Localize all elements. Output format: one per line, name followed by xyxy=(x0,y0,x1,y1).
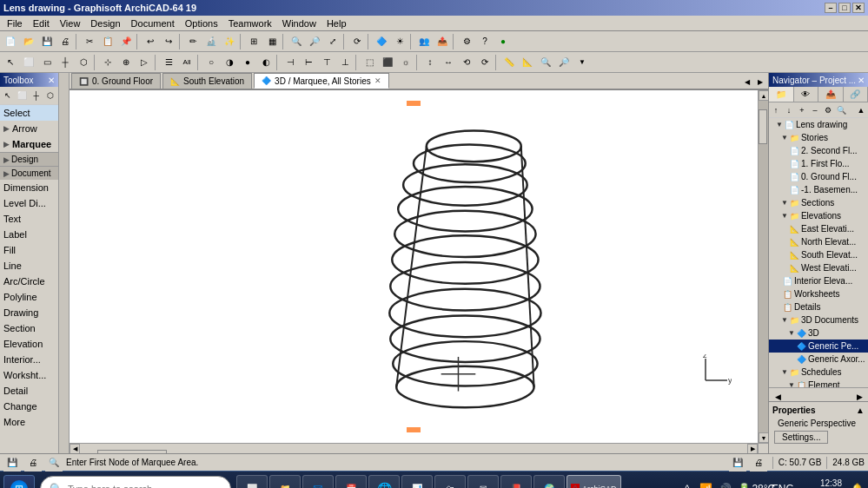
nav-item-interior[interactable]: 📄 Interior Eleva... xyxy=(769,274,868,287)
tool-marquee[interactable]: ▶ Marquee xyxy=(0,136,58,152)
taskbar-app-files[interactable]: 🗂 xyxy=(434,475,466,489)
zoom-all-btn[interactable]: ⤢ xyxy=(324,33,341,50)
taskbar-search-input[interactable] xyxy=(68,484,222,489)
scroll-up-btn[interactable]: ▲ xyxy=(759,90,768,101)
tab-3d-close[interactable]: ✕ xyxy=(374,76,381,85)
maximize-button[interactable]: □ xyxy=(838,3,851,13)
nav-tb-4[interactable]: – xyxy=(809,104,821,116)
nav-tab-publisher[interactable]: 📤 xyxy=(818,87,844,102)
status-icon-2[interactable]: 🖨 xyxy=(24,454,42,472)
tool-leveldim[interactable]: Level Di... xyxy=(0,195,58,211)
t2-measure1[interactable]: 📏 xyxy=(500,54,518,71)
tab-3d[interactable]: 🔷 3D / Marquee, All Stories ✕ xyxy=(254,73,389,89)
tool-elevation[interactable]: Elevation xyxy=(0,336,58,352)
t2-3dstyle1[interactable]: ⬚ xyxy=(361,54,378,71)
nav-item-south-elev[interactable]: 📐 South Elevat... xyxy=(769,248,868,261)
t2-opt2[interactable]: ◑ xyxy=(221,54,238,71)
settings-button[interactable]: Settings... xyxy=(774,431,828,444)
scroll-h-thumb[interactable] xyxy=(97,450,167,454)
t2-zoomval[interactable]: ▼ xyxy=(573,54,591,71)
eyedropper-btn[interactable]: 🔬 xyxy=(202,33,220,50)
help-btn[interactable]: ? xyxy=(476,33,494,50)
stories-expand[interactable]: ▼ xyxy=(781,134,788,142)
nav-item-generic-axon[interactable]: 🔷 Generic Axor... xyxy=(769,353,868,366)
tool-section[interactable]: Section xyxy=(0,320,58,336)
nav-item-3ddocs[interactable]: ▼ 📁 3D Documents xyxy=(769,313,868,326)
nav-item-east-elev[interactable]: 📐 East Elevati... xyxy=(769,222,868,235)
t2-align3[interactable]: ⊤ xyxy=(318,54,335,71)
tray-language[interactable]: ENG xyxy=(775,481,791,489)
taskbar-app-archicad[interactable]: 🅰 ArchiCAD xyxy=(567,475,621,489)
t2-measure2[interactable]: 📐 xyxy=(519,54,536,71)
tool-group-document[interactable]: ▶ Document xyxy=(0,166,58,180)
menu-edit[interactable]: Edit xyxy=(28,17,55,30)
tool-polyline[interactable]: Polyline xyxy=(0,289,58,305)
taskbar-app-edge[interactable]: 🌐 xyxy=(368,475,400,489)
refresh-btn[interactable]: ⟳ xyxy=(348,33,366,50)
tray-icon-chevron[interactable]: ^ xyxy=(679,481,695,489)
tool-select[interactable]: Select xyxy=(0,105,58,121)
nav-tb-3[interactable]: + xyxy=(796,104,808,116)
tool-line[interactable]: Line xyxy=(0,258,58,274)
minimize-button[interactable]: – xyxy=(825,3,837,13)
lens-drawing-expand[interactable]: ▼ xyxy=(776,121,783,129)
new-btn[interactable]: 📄 xyxy=(2,33,19,50)
t2-align1[interactable]: ⊣ xyxy=(282,54,299,71)
t2-extra4[interactable]: ⟳ xyxy=(476,54,494,71)
tool-change[interactable]: Change xyxy=(0,399,58,414)
publish-btn[interactable]: 📤 xyxy=(434,33,451,50)
sections-expand[interactable]: ▼ xyxy=(781,199,788,207)
t2-cursor[interactable]: ┼ xyxy=(56,54,74,71)
marquee-rect-tool[interactable]: ⬜ xyxy=(16,89,28,102)
taskbar-app-pdf[interactable]: 📕 xyxy=(500,475,532,489)
t2-opt1[interactable]: ○ xyxy=(202,54,220,71)
tab-scroll-right[interactable]: ▶ xyxy=(754,75,766,89)
drawing-canvas-area[interactable]: z y xyxy=(70,90,758,443)
3d-btn[interactable]: 🔷 xyxy=(373,33,390,50)
toolbox-close-icon[interactable]: ✕ xyxy=(48,76,55,85)
element-expand[interactable]: ▼ xyxy=(788,381,795,387)
t2-3dstyle2[interactable]: ⬛ xyxy=(379,54,396,71)
tray-icon-sound[interactable]: 🔊 xyxy=(718,481,733,489)
green-btn[interactable]: ● xyxy=(494,33,512,50)
t2-sun[interactable]: ☼ xyxy=(397,54,414,71)
tool-dimension[interactable]: Dimension xyxy=(0,180,58,195)
teamwork-btn[interactable]: 👥 xyxy=(415,33,433,50)
taskbar-app-explorer[interactable]: 📁 xyxy=(269,475,301,489)
render-btn[interactable]: ☀ xyxy=(391,33,408,50)
redo-btn[interactable]: ↪ xyxy=(160,33,177,50)
menu-options[interactable]: Options xyxy=(180,17,223,30)
nav-item-1st-floor[interactable]: 📄 1. First Flo... xyxy=(769,157,868,170)
taskbar-task-view[interactable]: ⬜ xyxy=(236,475,268,489)
navigator-close-icon[interactable]: ✕ xyxy=(858,76,865,85)
status-save-icon[interactable]: 💾 xyxy=(729,454,746,472)
nav-item-schedules[interactable]: ▼ 📁 Schedules xyxy=(769,366,868,379)
scroll-v-track[interactable] xyxy=(759,101,768,432)
view1-btn[interactable]: ⊞ xyxy=(245,33,262,50)
pencil-btn[interactable]: ✏ xyxy=(184,33,202,50)
menu-help[interactable]: Help xyxy=(321,17,352,30)
menu-teamwork[interactable]: Teamwork xyxy=(223,17,277,30)
taskbar-app-calendar[interactable]: 📅 xyxy=(335,475,367,489)
t2-snap1[interactable]: ⊹ xyxy=(99,54,116,71)
copy-btn[interactable]: 📋 xyxy=(99,33,116,50)
t2-floor1[interactable]: All xyxy=(178,54,195,71)
t2-snap3[interactable]: ▷ xyxy=(136,54,153,71)
horizontal-scrollbar[interactable]: ◀ ▶ xyxy=(70,443,758,453)
nav-item-basement[interactable]: 📄 -1. Basemen... xyxy=(769,183,868,196)
nav-scroll-up[interactable]: ▲ xyxy=(855,104,867,116)
tray-icon-network[interactable]: 📶 xyxy=(699,481,714,489)
t2-align4[interactable]: ⊥ xyxy=(336,54,354,71)
view2-btn[interactable]: ▦ xyxy=(263,33,281,50)
scroll-v-thumb[interactable] xyxy=(759,109,767,144)
tab-ground-floor[interactable]: 🔲 0. Ground Floor xyxy=(71,73,161,89)
t2-marquee-sq[interactable]: ▭ xyxy=(38,54,56,71)
cut-btn[interactable]: ✂ xyxy=(81,33,98,50)
zoom-out-btn[interactable]: 🔎 xyxy=(306,33,323,50)
vertical-scrollbar[interactable]: ▲ ▼ xyxy=(758,90,768,443)
menu-view[interactable]: View xyxy=(55,17,86,30)
tool-detail[interactable]: Detail xyxy=(0,383,58,399)
t2-measure4[interactable]: 🔎 xyxy=(555,54,573,71)
print-btn[interactable]: 🖨 xyxy=(56,33,74,50)
tool-label[interactable]: Label xyxy=(0,227,58,242)
